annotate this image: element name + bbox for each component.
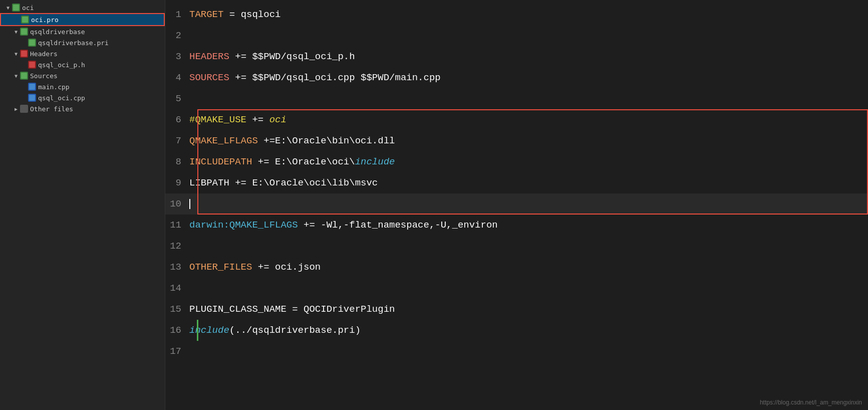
code-line-11: 11 darwin:QMAKE_LFLAGS += -Wl,-flat_name… bbox=[165, 215, 868, 236]
line-content: SOURCES += $$PWD/qsql_oci.cpp $$PWD/main… bbox=[189, 67, 868, 88]
chevron-icon bbox=[12, 50, 20, 58]
code-content: 1 TARGET = qsqloci 2 3 HEADERS += $$PWD/… bbox=[165, 0, 868, 366]
code-line-2: 2 bbox=[165, 25, 868, 46]
green-bar bbox=[197, 320, 198, 341]
chevron-icon bbox=[12, 28, 20, 36]
cpp-file-icon bbox=[28, 83, 36, 91]
code-line-4: 4 SOURCES += $$PWD/qsql_oci.cpp $$PWD/ma… bbox=[165, 67, 868, 88]
line-number: 16 bbox=[165, 320, 189, 341]
sidebar-item-label: main.cpp bbox=[38, 83, 70, 91]
line-content: LIBPATH += E:\Oracle\oci\lib\msvc bbox=[189, 172, 868, 193]
chevron-icon bbox=[12, 105, 20, 113]
cpp-file-icon bbox=[28, 94, 36, 102]
line-number: 3 bbox=[165, 46, 189, 67]
sidebar-item-label: qsqldriverbase bbox=[30, 28, 85, 36]
line-number: 13 bbox=[165, 257, 189, 278]
code-line-5: 5 bbox=[165, 88, 868, 109]
code-line-13: 13 OTHER_FILES += oci.json bbox=[165, 257, 868, 278]
code-line-12: 12 bbox=[165, 236, 868, 257]
chevron-icon bbox=[4, 4, 12, 12]
sidebar-item-qsqldriverbase-pri[interactable]: qsqldriverbase.pri bbox=[0, 37, 165, 48]
sidebar: oci oci.pro qsqldriverbase qsqldriverbas… bbox=[0, 0, 165, 410]
sidebar-item-label: oci.pro bbox=[31, 16, 59, 24]
line-content: HEADERS += $$PWD/qsql_oci_p.h bbox=[189, 46, 868, 67]
sidebar-item-label: qsql_oci_p.h bbox=[38, 61, 85, 69]
sidebar-item-oci[interactable]: oci bbox=[0, 2, 165, 13]
sidebar-item-label: qsql_oci.cpp bbox=[38, 94, 85, 102]
sources-folder-icon bbox=[20, 72, 28, 80]
sidebar-item-qsql-oci-h[interactable]: qsql_oci_p.h bbox=[0, 59, 165, 70]
line-number: 1 bbox=[165, 4, 189, 25]
code-line-8: 8 INCLUDEPATH += E:\Oracle\oci\include bbox=[165, 151, 868, 172]
line-content: darwin:QMAKE_LFLAGS += -Wl,-flat_namespa… bbox=[189, 215, 868, 236]
line-content: PLUGIN_CLASS_NAME = QOCIDriverPlugin bbox=[189, 299, 868, 320]
watermark: https://blog.csdn.net/l_am_mengxinxin bbox=[760, 399, 862, 406]
line-number: 14 bbox=[165, 278, 189, 299]
line-number: 5 bbox=[165, 88, 189, 109]
line-number: 17 bbox=[165, 341, 189, 362]
sidebar-item-label: Other files bbox=[30, 105, 73, 113]
line-number: 10 bbox=[165, 193, 189, 215]
line-number: 12 bbox=[165, 236, 189, 257]
sidebar-item-label: Headers bbox=[30, 50, 58, 58]
line-number: 8 bbox=[165, 151, 189, 172]
other-files-icon bbox=[20, 105, 28, 113]
sidebar-item-label: qsqldriverbase.pri bbox=[38, 39, 109, 47]
folder-icon bbox=[20, 28, 28, 36]
qt-pri-icon bbox=[28, 39, 36, 47]
code-line-6: 6 #QMAKE_USE += oci bbox=[165, 109, 868, 130]
code-line-9: 9 LIBPATH += E:\Oracle\oci\lib\msvc bbox=[165, 172, 868, 193]
code-line-7: 7 QMAKE_LFLAGS +=E:\Oracle\bin\oci.dll bbox=[165, 130, 868, 151]
sidebar-item-main-cpp[interactable]: main.cpp bbox=[0, 81, 165, 92]
line-number: 11 bbox=[165, 215, 189, 236]
headers-folder-icon bbox=[20, 50, 28, 58]
sidebar-item-label: Sources bbox=[30, 72, 58, 80]
code-line-14: 14 bbox=[165, 278, 868, 299]
text-cursor bbox=[189, 199, 190, 209]
line-content bbox=[189, 193, 868, 215]
code-line-10: 10 bbox=[165, 193, 868, 215]
line-number: 2 bbox=[165, 25, 189, 46]
sidebar-item-sources[interactable]: Sources bbox=[0, 70, 165, 81]
line-number: 15 bbox=[165, 299, 189, 320]
line-content: QMAKE_LFLAGS +=E:\Oracle\bin\oci.dll bbox=[189, 130, 868, 151]
qt-pro-icon bbox=[21, 16, 29, 24]
sidebar-item-other-files[interactable]: Other files bbox=[0, 103, 165, 114]
sidebar-item-qsqldriverbase[interactable]: qsqldriverbase bbox=[0, 26, 165, 37]
line-content: #QMAKE_USE += oci bbox=[189, 109, 868, 130]
line-content: INCLUDEPATH += E:\Oracle\oci\include bbox=[189, 151, 868, 172]
line-content: TARGET = qsqloci bbox=[189, 4, 868, 25]
code-line-15: 15 PLUGIN_CLASS_NAME = QOCIDriverPlugin bbox=[165, 299, 868, 320]
header-file-icon bbox=[28, 61, 36, 69]
line-content: include(../qsqldriverbase.pri) bbox=[189, 320, 868, 341]
editor-area[interactable]: 1 TARGET = qsqloci 2 3 HEADERS += $$PWD/… bbox=[165, 0, 868, 410]
sidebar-item-label: oci bbox=[22, 4, 34, 12]
sidebar-item-qsql-oci-cpp[interactable]: qsql_oci.cpp bbox=[0, 92, 165, 103]
line-number: 9 bbox=[165, 172, 189, 193]
line-number: 4 bbox=[165, 67, 189, 88]
sidebar-item-oci-pro[interactable]: oci.pro bbox=[0, 13, 165, 26]
sidebar-item-headers[interactable]: Headers bbox=[0, 48, 165, 59]
line-number: 6 bbox=[165, 109, 189, 130]
chevron-icon bbox=[12, 72, 20, 80]
code-line-1: 1 TARGET = qsqloci bbox=[165, 4, 868, 25]
folder-icon bbox=[12, 4, 20, 12]
code-line-3: 3 HEADERS += $$PWD/qsql_oci_p.h bbox=[165, 46, 868, 67]
line-number: 7 bbox=[165, 130, 189, 151]
line-content: OTHER_FILES += oci.json bbox=[189, 257, 868, 278]
code-line-16: 16 include(../qsqldriverbase.pri) bbox=[165, 320, 868, 341]
code-line-17: 17 bbox=[165, 341, 868, 362]
